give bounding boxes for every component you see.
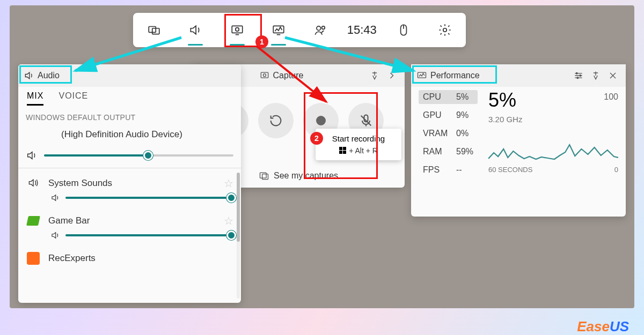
performance-widget: Performance CPU5% GPU9% VRAM0% RAM59% FP… bbox=[411, 64, 626, 217]
easeus-watermark: EaseUS bbox=[577, 318, 629, 335]
expand-button[interactable] bbox=[384, 68, 399, 83]
tab-voice[interactable]: VOICE bbox=[58, 91, 88, 106]
svg-point-6 bbox=[321, 26, 325, 29]
record-last-button[interactable] bbox=[258, 103, 294, 138]
perf-xlabel: 60 SECONDS bbox=[488, 166, 532, 174]
start-recording-tooltip: Start recording + Alt + R bbox=[316, 129, 401, 160]
app-row: Game Bar ☆ bbox=[18, 208, 241, 245]
svg-rect-15 bbox=[262, 174, 268, 180]
output-section-label: WINDOWS DEFAULT OUTPUT bbox=[18, 106, 241, 125]
tab-mix[interactable]: MIX bbox=[27, 91, 43, 106]
app-volume-list: System Sounds ☆ Game Bar ☆ bbox=[18, 168, 241, 303]
mouse-indicator-button[interactable] bbox=[390, 16, 418, 44]
svg-rect-2 bbox=[232, 26, 243, 33]
app-name: System Sounds bbox=[48, 178, 216, 189]
perf-xright: 0 bbox=[614, 166, 618, 174]
pin-button[interactable] bbox=[367, 68, 382, 83]
perf-options-button[interactable] bbox=[571, 68, 586, 83]
audio-button[interactable] bbox=[181, 16, 209, 44]
svg-point-8 bbox=[443, 28, 447, 32]
widgets-button[interactable] bbox=[140, 16, 168, 44]
stat-fps[interactable]: FPS-- bbox=[419, 163, 478, 177]
capture-icon bbox=[259, 70, 270, 81]
see-captures-link[interactable]: See my captures bbox=[259, 170, 338, 181]
speaker-icon bbox=[50, 193, 60, 203]
favorite-star[interactable]: ☆ bbox=[224, 214, 233, 227]
stat-cpu[interactable]: CPU5% bbox=[419, 90, 478, 104]
capture-button[interactable] bbox=[223, 16, 251, 44]
app-list-scrollbar[interactable] bbox=[237, 173, 240, 299]
windows-key-icon bbox=[339, 147, 347, 154]
clock: 15:43 bbox=[348, 16, 376, 44]
master-volume-slider[interactable] bbox=[44, 154, 233, 157]
performance-title: Performance bbox=[430, 71, 480, 80]
svg-point-18 bbox=[580, 75, 581, 77]
perf-ymax: 100 bbox=[604, 92, 618, 102]
stat-gpu[interactable]: GPU9% bbox=[419, 108, 478, 122]
svg-rect-9 bbox=[261, 72, 268, 78]
close-button[interactable] bbox=[605, 68, 620, 83]
svg-point-3 bbox=[236, 28, 239, 32]
performance-button[interactable] bbox=[265, 16, 292, 44]
output-device-name: (High Definition Audio Device) bbox=[18, 125, 241, 147]
app-row: RecExperts bbox=[18, 245, 241, 268]
svg-point-5 bbox=[317, 26, 321, 31]
tooltip-shortcut: + Alt + R bbox=[349, 146, 378, 155]
app-name: Game Bar bbox=[48, 215, 216, 226]
settings-button[interactable] bbox=[431, 16, 459, 44]
record-dot-icon bbox=[316, 116, 326, 125]
tooltip-title: Start recording bbox=[321, 134, 396, 143]
stat-ram[interactable]: RAM59% bbox=[419, 145, 478, 159]
performance-icon bbox=[416, 70, 427, 81]
speaker-icon bbox=[50, 230, 60, 240]
xbox-social-button[interactable] bbox=[306, 16, 334, 44]
audio-widget: Audio MIX VOICE WINDOWS DEFAULT OUTPUT (… bbox=[18, 64, 241, 303]
capture-title: Capture bbox=[273, 71, 304, 80]
stat-vram[interactable]: VRAM0% bbox=[419, 126, 478, 140]
system-sounds-icon bbox=[26, 176, 41, 191]
perf-stat-list: CPU5% GPU9% VRAM0% RAM59% FPS-- bbox=[419, 89, 478, 177]
svg-point-17 bbox=[576, 73, 577, 75]
svg-rect-14 bbox=[260, 173, 266, 178]
audio-header: Audio bbox=[18, 64, 241, 87]
svg-point-10 bbox=[263, 74, 266, 77]
perf-sparkline bbox=[488, 123, 618, 161]
speaker-icon bbox=[24, 70, 34, 81]
favorite-star[interactable]: ☆ bbox=[224, 177, 233, 190]
speaker-icon bbox=[26, 150, 38, 161]
audio-title: Audio bbox=[38, 71, 60, 80]
gamebar-toolbar: 15:43 bbox=[133, 13, 466, 47]
see-captures-label: See my captures bbox=[274, 171, 338, 181]
app-name: RecExperts bbox=[48, 253, 233, 264]
app-volume-slider[interactable] bbox=[65, 234, 231, 236]
recexperts-icon bbox=[26, 251, 41, 266]
app-row: System Sounds ☆ bbox=[18, 170, 241, 208]
gallery-icon bbox=[259, 170, 269, 181]
screenshot-region: 15:43 1 Capture Start recording bbox=[10, 5, 634, 308]
app-volume-slider[interactable] bbox=[65, 197, 231, 199]
performance-header: Performance bbox=[411, 64, 626, 87]
svg-point-19 bbox=[577, 77, 579, 79]
gamebar-icon bbox=[26, 213, 41, 228]
perf-clock: 3.20 GHz bbox=[488, 115, 618, 124]
perf-big-value: 5% bbox=[488, 89, 618, 111]
pin-button[interactable] bbox=[588, 68, 603, 83]
